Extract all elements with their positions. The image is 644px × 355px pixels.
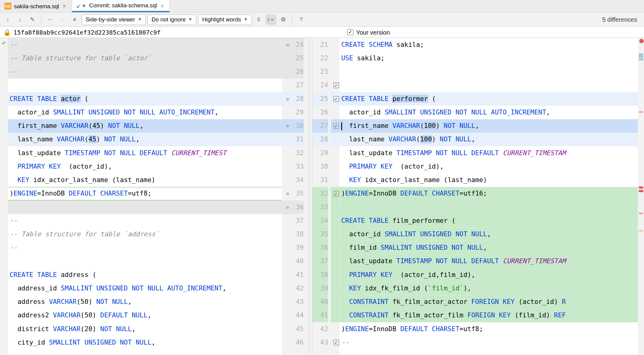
stripe-mark[interactable]: [639, 230, 643, 231]
settings-button[interactable]: ⚙: [278, 14, 288, 24]
code-line[interactable]: city_id SMALLINT UNSIGNED NOT NULL,: [8, 336, 282, 349]
code-line[interactable]: -- Table structure for table `actor`: [8, 51, 282, 65]
ignore-dropdown[interactable]: Do not ignore ▼: [148, 14, 197, 24]
collapse-unchanged-button[interactable]: ⇳: [254, 14, 264, 24]
line-checkbox[interactable]: ✓: [333, 191, 339, 197]
close-icon[interactable]: ×: [160, 2, 165, 9]
close-icon[interactable]: ×: [62, 3, 67, 10]
code-line[interactable]: --: [8, 241, 282, 255]
error-marker[interactable]: [639, 39, 644, 43]
code-line[interactable]: [339, 65, 638, 79]
stripe-mark[interactable]: [639, 186, 643, 189]
code-line[interactable]: USE sakila;: [339, 51, 638, 65]
line-checkbox[interactable]: ✓: [333, 340, 339, 346]
code-line[interactable]: CONSTRAINT fk_film_actor_film FOREIGN KE…: [339, 309, 638, 322]
splitter[interactable]: [309, 38, 312, 355]
code-line[interactable]: [8, 255, 282, 268]
code-line[interactable]: PRIMARY KEY (actor_id,film_id),: [339, 268, 638, 282]
line-checkbox[interactable]: ✓: [333, 96, 339, 102]
code-line[interactable]: district VARCHAR(20) NOT NULL,: [8, 322, 282, 336]
stripe-mark[interactable]: [639, 190, 643, 192]
code-line[interactable]: [339, 200, 638, 214]
stripe-mark[interactable]: [639, 213, 643, 214]
back-button[interactable]: ←: [45, 14, 55, 24]
right-pane[interactable]: CREATE SCHEMA sakila;USE sakila;CREATE T…: [339, 38, 638, 355]
code-line[interactable]: --: [8, 65, 282, 79]
code-line[interactable]: --: [8, 214, 282, 227]
code-line[interactable]: CONSTRAINT fk_film_actor_actor FOREIGN K…: [339, 295, 638, 309]
code-line[interactable]: [8, 79, 282, 92]
lock-icon: 🔒: [3, 28, 11, 36]
next-diff-button[interactable]: ↓: [15, 14, 25, 24]
code-line[interactable]: )ENGINE=InnoDB DEFAULT CHARSET=utf8;: [339, 322, 638, 336]
code-line[interactable]: actor_id SMALLINT UNSIGNED NOT NULL,: [339, 227, 638, 241]
stripe-mark[interactable]: [639, 59, 643, 60]
line-checkbox[interactable]: ✓: [333, 123, 339, 129]
code-line[interactable]: CREATE TABLE film_performer (: [339, 214, 638, 227]
code-line[interactable]: [8, 200, 282, 214]
prev-diff-button[interactable]: ↑: [3, 14, 13, 24]
code-line[interactable]: PRIMARY KEY (actor_id),: [339, 160, 638, 173]
left-gutter: »»»»»24252627282930313233343536373839404…: [282, 38, 309, 355]
code-line[interactable]: address2 VARCHAR(50) DEFAULT NULL,: [8, 309, 282, 322]
diff-view: ✔ ---- Table structure for table `actor`…: [0, 38, 644, 355]
apply-arrow-icon[interactable]: »: [286, 41, 289, 48]
diff-toolbar: ↑ ↓ ✎ ← → ≡ Side-by-side viewer ▼ Do not…: [0, 13, 644, 27]
code-line[interactable]: address_id SMALLINT UNSIGNED NOT NULL AU…: [8, 282, 282, 295]
version-checkbox[interactable]: ✓: [347, 29, 353, 35]
code-line[interactable]: first_name VARCHAR(45) NOT NULL,: [8, 119, 282, 133]
code-line[interactable]: KEY idx_actor_last_name (last_name): [339, 174, 638, 187]
code-line[interactable]: first_name VARCHAR(100) NOT NULL,: [339, 119, 638, 133]
code-line[interactable]: --: [339, 336, 638, 349]
help-button[interactable]: ?: [296, 14, 306, 24]
code-line[interactable]: CREATE TABLE address (: [8, 268, 282, 282]
stripe-mark[interactable]: [639, 111, 643, 113]
viewer-mode-dropdown[interactable]: Side-by-side viewer ▼: [82, 14, 146, 24]
code-line[interactable]: last_update TIMESTAMP NOT NULL DEFAULT C…: [339, 255, 638, 268]
stripe-mark[interactable]: [639, 55, 643, 57]
stripe-mark[interactable]: [639, 57, 643, 58]
apply-arrow-icon[interactable]: »: [286, 190, 289, 197]
code-line[interactable]: last_update TIMESTAMP NOT NULL DEFAULT C…: [8, 146, 282, 160]
code-line[interactable]: -- Table structure for table `address`: [8, 227, 282, 241]
code-line[interactable]: --: [8, 38, 282, 51]
apply-arrow-icon[interactable]: »: [286, 204, 289, 211]
code-line[interactable]: PRIMARY KEY (actor_id),: [8, 160, 282, 173]
separator: [41, 15, 41, 24]
code-line[interactable]: )ENGINE=InnoDB DEFAULT CHARSET=utf16;: [339, 187, 638, 200]
code-line[interactable]: CREATE TABLE performer (: [339, 92, 638, 106]
error-stripe[interactable]: [638, 38, 644, 355]
apply-arrow-icon[interactable]: »: [286, 122, 289, 129]
code-line[interactable]: )ENGINE=InnoDB DEFAULT CHARSET=utf8;: [8, 187, 282, 200]
code-line[interactable]: last_name VARCHAR(45) NOT NULL,: [8, 133, 282, 146]
code-line[interactable]: actor_id SMALLINT UNSIGNED NOT NULL AUTO…: [339, 106, 638, 119]
code-line[interactable]: [339, 79, 638, 92]
chevron-down-icon: ▼: [244, 17, 248, 22]
code-line[interactable]: CREATE TABLE actor (: [8, 92, 282, 106]
line-checkbox[interactable]: ✓: [333, 83, 339, 88]
edit-icon[interactable]: ✎: [27, 14, 37, 24]
left-pane[interactable]: ---- Table structure for table `actor`--…: [8, 38, 282, 355]
highlight-dropdown[interactable]: Highlight words ▼: [198, 14, 252, 24]
list-icon[interactable]: ≡: [69, 14, 80, 24]
code-line[interactable]: address VARCHAR(50) NOT NULL,: [8, 295, 282, 309]
code-line[interactable]: last_name VARCHAR(100) NOT NULL,: [339, 133, 638, 146]
editor-tabs: SQL sakila-schema.sql × ↙✦ Commit: sakil…: [0, 0, 644, 13]
forward-button[interactable]: →: [57, 14, 68, 24]
code-line[interactable]: KEY idx_actor_last_name (last_name): [8, 174, 282, 187]
stripe-mark[interactable]: [639, 54, 643, 55]
apply-arrow-icon[interactable]: »: [286, 95, 289, 102]
tab-file[interactable]: SQL sakila-schema.sql ×: [0, 0, 72, 12]
inspection-ok-icon: ✔: [2, 39, 6, 46]
code-line[interactable]: CREATE SCHEMA sakila;: [339, 38, 638, 51]
right-gutter: 2122232425262728293031323334353637383940…: [313, 38, 331, 355]
code-line[interactable]: actor_id SMALLINT UNSIGNED NOT NULL AUTO…: [8, 106, 282, 119]
diff-count: 5 differences: [602, 16, 641, 23]
tab-commit[interactable]: ↙✦ Commit: sakila-schema.sql ×: [72, 0, 170, 12]
code-line[interactable]: last_update TIMESTAMP NOT NULL DEFAULT C…: [339, 146, 638, 160]
code-line[interactable]: KEY idx_fk_film_id (`film_id`),: [339, 282, 638, 295]
code-line[interactable]: film_id SMALLINT UNSIGNED NOT NULL,: [339, 241, 638, 255]
commit-sha: 15fa8f88ab9cc92641ef32d22385ca5161807c9f: [13, 28, 161, 36]
dropdown-label: Do not ignore: [152, 16, 186, 23]
sync-scroll-button[interactable]: ⫞⫟: [266, 14, 276, 24]
